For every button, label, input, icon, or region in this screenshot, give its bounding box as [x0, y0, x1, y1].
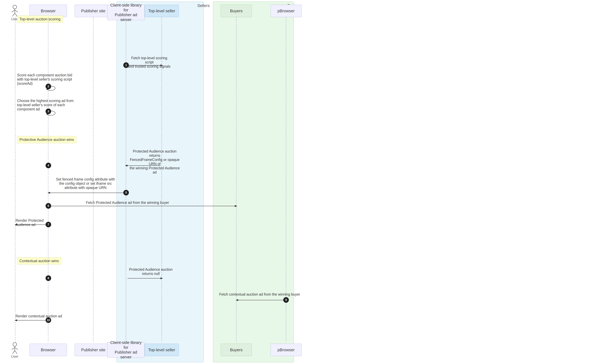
svg-point-0	[13, 5, 17, 9]
browser-actor-top: Browser	[30, 5, 67, 17]
arrow-label-8: Protected Audience auctionreturns null	[127, 268, 174, 276]
client-library-actor-top: Client-side library for Publisher ad ser…	[107, 5, 145, 20]
arrow-label-7: Render Protected Audience ad	[16, 218, 59, 227]
svg-marker-30	[15, 319, 17, 321]
arrow-label-9: Fetch contextual auction ad from the win…	[215, 292, 305, 297]
pbrowser-actor-top: pBrowser	[270, 5, 302, 17]
sellers-group: Sellers	[117, 1, 204, 362]
arrow-label-5: Set fenced frame config attribute withth…	[50, 177, 121, 190]
client-library-actor-bottom: Client-side library for Publisher ad ser…	[107, 342, 145, 358]
publisher-site-actor-top: Publisher site	[75, 5, 112, 17]
step-4-circle: 4	[46, 163, 51, 168]
step-10-circle: 10	[46, 317, 51, 323]
user-figure-bottom: User	[10, 342, 19, 359]
step-3-circle: 3	[46, 109, 51, 114]
pbrowser-actor-bottom: pBrowser	[270, 344, 302, 356]
svg-line-5	[15, 13, 17, 16]
arrow-label-1: Fetch top-level scoring scriptand truste…	[127, 56, 171, 69]
publisher-site-actor-bottom: Publisher site	[75, 344, 112, 356]
note-contextual-auction: Contextual auction wins	[17, 257, 61, 264]
buyers-group: Buyers	[213, 1, 294, 362]
top-level-seller-actor-bottom: Top-level seller	[145, 344, 179, 356]
arrow-label-6: Fetch Protected Audience ad from the win…	[73, 201, 182, 205]
user-label-bottom: User	[11, 355, 18, 359]
svg-point-31	[13, 342, 17, 346]
step-2-circle: 2	[46, 84, 51, 89]
arrow-label-10: Render contextual auction ad	[16, 314, 62, 318]
svg-line-33	[12, 348, 15, 349]
svg-line-35	[12, 351, 15, 354]
svg-line-36	[15, 351, 17, 354]
browser-actor-bottom: Browser	[30, 344, 67, 356]
arrow-label-4: Protected Audience auction returnsFenced…	[127, 149, 182, 174]
note-top-level-auction: Top-level auction scoring	[17, 16, 63, 23]
svg-marker-20	[47, 192, 50, 194]
svg-line-34	[15, 348, 18, 349]
step-6-circle: 6	[46, 203, 51, 209]
step-1-circle: 1	[123, 62, 129, 68]
top-level-seller-actor-top: Top-level seller	[145, 5, 179, 17]
step-5-circle: 5	[123, 190, 129, 195]
buyers-actor-top: Buyers	[221, 5, 252, 17]
arrow-label-2: Score each component auction bidwith top…	[17, 73, 76, 86]
svg-line-3	[15, 10, 18, 12]
step-9-circle: 9	[283, 297, 289, 303]
svg-line-4	[12, 13, 15, 16]
svg-line-2	[12, 10, 15, 12]
diagram-container: Sellers Buyers Browser Publisher site Cl…	[0, 0, 597, 364]
buyers-actor-bottom: Buyers	[221, 344, 252, 356]
step-8-circle: 8	[46, 275, 51, 281]
note-protective-audience: Protective Audience auction wins	[17, 136, 76, 143]
step-7-circle: 7	[46, 222, 51, 227]
